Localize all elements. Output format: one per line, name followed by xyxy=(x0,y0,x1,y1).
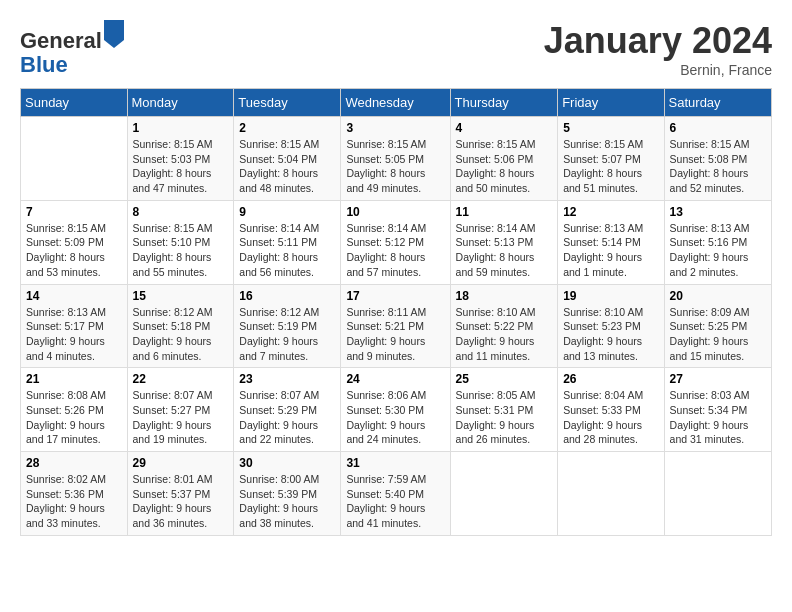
day-info: Sunrise: 8:03 AMSunset: 5:34 PMDaylight:… xyxy=(670,389,750,445)
calendar-week-4: 21Sunrise: 8:08 AMSunset: 5:26 PMDayligh… xyxy=(21,368,772,452)
table-row: 21Sunrise: 8:08 AMSunset: 5:26 PMDayligh… xyxy=(21,368,128,452)
day-number: 11 xyxy=(456,205,553,219)
table-row xyxy=(664,452,771,536)
calendar-week-5: 28Sunrise: 8:02 AMSunset: 5:36 PMDayligh… xyxy=(21,452,772,536)
day-number: 18 xyxy=(456,289,553,303)
day-info: Sunrise: 8:13 AMSunset: 5:16 PMDaylight:… xyxy=(670,222,750,278)
table-row: 28Sunrise: 8:02 AMSunset: 5:36 PMDayligh… xyxy=(21,452,128,536)
location: Bernin, France xyxy=(544,62,772,78)
table-row: 10Sunrise: 8:14 AMSunset: 5:12 PMDayligh… xyxy=(341,200,450,284)
day-number: 8 xyxy=(133,205,229,219)
table-row: 8Sunrise: 8:15 AMSunset: 5:10 PMDaylight… xyxy=(127,200,234,284)
day-number: 27 xyxy=(670,372,766,386)
table-row xyxy=(450,452,558,536)
table-row: 3Sunrise: 8:15 AMSunset: 5:05 PMDaylight… xyxy=(341,117,450,201)
table-row: 4Sunrise: 8:15 AMSunset: 5:06 PMDaylight… xyxy=(450,117,558,201)
table-row: 7Sunrise: 8:15 AMSunset: 5:09 PMDaylight… xyxy=(21,200,128,284)
table-row: 30Sunrise: 8:00 AMSunset: 5:39 PMDayligh… xyxy=(234,452,341,536)
table-row: 24Sunrise: 8:06 AMSunset: 5:30 PMDayligh… xyxy=(341,368,450,452)
table-row: 26Sunrise: 8:04 AMSunset: 5:33 PMDayligh… xyxy=(558,368,664,452)
day-info: Sunrise: 8:13 AMSunset: 5:17 PMDaylight:… xyxy=(26,306,106,362)
day-number: 29 xyxy=(133,456,229,470)
day-info: Sunrise: 8:10 AMSunset: 5:23 PMDaylight:… xyxy=(563,306,643,362)
day-info: Sunrise: 8:07 AMSunset: 5:27 PMDaylight:… xyxy=(133,389,213,445)
day-number: 31 xyxy=(346,456,444,470)
calendar-week-1: 1Sunrise: 8:15 AMSunset: 5:03 PMDaylight… xyxy=(21,117,772,201)
logo-icon xyxy=(104,20,124,48)
day-number: 10 xyxy=(346,205,444,219)
logo-blue: Blue xyxy=(20,52,68,77)
day-info: Sunrise: 8:10 AMSunset: 5:22 PMDaylight:… xyxy=(456,306,536,362)
day-number: 20 xyxy=(670,289,766,303)
day-info: Sunrise: 8:00 AMSunset: 5:39 PMDaylight:… xyxy=(239,473,319,529)
day-info: Sunrise: 8:12 AMSunset: 5:18 PMDaylight:… xyxy=(133,306,213,362)
month-title: January 2024 xyxy=(544,20,772,62)
table-row: 9Sunrise: 8:14 AMSunset: 5:11 PMDaylight… xyxy=(234,200,341,284)
day-info: Sunrise: 8:14 AMSunset: 5:12 PMDaylight:… xyxy=(346,222,426,278)
day-number: 5 xyxy=(563,121,658,135)
day-number: 4 xyxy=(456,121,553,135)
day-number: 30 xyxy=(239,456,335,470)
table-row: 1Sunrise: 8:15 AMSunset: 5:03 PMDaylight… xyxy=(127,117,234,201)
table-row: 15Sunrise: 8:12 AMSunset: 5:18 PMDayligh… xyxy=(127,284,234,368)
table-row: 14Sunrise: 8:13 AMSunset: 5:17 PMDayligh… xyxy=(21,284,128,368)
table-row: 22Sunrise: 8:07 AMSunset: 5:27 PMDayligh… xyxy=(127,368,234,452)
day-number: 13 xyxy=(670,205,766,219)
logo: General Blue xyxy=(20,20,124,77)
day-info: Sunrise: 8:15 AMSunset: 5:10 PMDaylight:… xyxy=(133,222,213,278)
day-info: Sunrise: 8:01 AMSunset: 5:37 PMDaylight:… xyxy=(133,473,213,529)
table-row: 18Sunrise: 8:10 AMSunset: 5:22 PMDayligh… xyxy=(450,284,558,368)
day-info: Sunrise: 8:11 AMSunset: 5:21 PMDaylight:… xyxy=(346,306,426,362)
day-info: Sunrise: 8:09 AMSunset: 5:25 PMDaylight:… xyxy=(670,306,750,362)
day-info: Sunrise: 8:15 AMSunset: 5:07 PMDaylight:… xyxy=(563,138,643,194)
day-info: Sunrise: 8:15 AMSunset: 5:04 PMDaylight:… xyxy=(239,138,319,194)
calendar-table: Sunday Monday Tuesday Wednesday Thursday… xyxy=(20,88,772,536)
table-row: 12Sunrise: 8:13 AMSunset: 5:14 PMDayligh… xyxy=(558,200,664,284)
table-row xyxy=(21,117,128,201)
day-number: 16 xyxy=(239,289,335,303)
table-row: 11Sunrise: 8:14 AMSunset: 5:13 PMDayligh… xyxy=(450,200,558,284)
day-info: Sunrise: 8:15 AMSunset: 5:03 PMDaylight:… xyxy=(133,138,213,194)
table-row: 13Sunrise: 8:13 AMSunset: 5:16 PMDayligh… xyxy=(664,200,771,284)
svg-marker-0 xyxy=(104,20,124,48)
day-number: 21 xyxy=(26,372,122,386)
table-row: 27Sunrise: 8:03 AMSunset: 5:34 PMDayligh… xyxy=(664,368,771,452)
col-saturday: Saturday xyxy=(664,89,771,117)
table-row: 23Sunrise: 8:07 AMSunset: 5:29 PMDayligh… xyxy=(234,368,341,452)
day-number: 23 xyxy=(239,372,335,386)
day-number: 15 xyxy=(133,289,229,303)
day-number: 12 xyxy=(563,205,658,219)
title-area: January 2024 Bernin, France xyxy=(544,20,772,78)
day-info: Sunrise: 8:08 AMSunset: 5:26 PMDaylight:… xyxy=(26,389,106,445)
table-row: 19Sunrise: 8:10 AMSunset: 5:23 PMDayligh… xyxy=(558,284,664,368)
col-sunday: Sunday xyxy=(21,89,128,117)
table-row: 17Sunrise: 8:11 AMSunset: 5:21 PMDayligh… xyxy=(341,284,450,368)
day-info: Sunrise: 8:15 AMSunset: 5:06 PMDaylight:… xyxy=(456,138,536,194)
table-row: 31Sunrise: 7:59 AMSunset: 5:40 PMDayligh… xyxy=(341,452,450,536)
day-number: 26 xyxy=(563,372,658,386)
day-number: 19 xyxy=(563,289,658,303)
day-info: Sunrise: 8:14 AMSunset: 5:11 PMDaylight:… xyxy=(239,222,319,278)
table-row: 6Sunrise: 8:15 AMSunset: 5:08 PMDaylight… xyxy=(664,117,771,201)
day-number: 9 xyxy=(239,205,335,219)
col-friday: Friday xyxy=(558,89,664,117)
day-number: 3 xyxy=(346,121,444,135)
day-info: Sunrise: 8:15 AMSunset: 5:08 PMDaylight:… xyxy=(670,138,750,194)
day-info: Sunrise: 7:59 AMSunset: 5:40 PMDaylight:… xyxy=(346,473,426,529)
day-info: Sunrise: 8:12 AMSunset: 5:19 PMDaylight:… xyxy=(239,306,319,362)
table-row: 29Sunrise: 8:01 AMSunset: 5:37 PMDayligh… xyxy=(127,452,234,536)
day-number: 14 xyxy=(26,289,122,303)
day-number: 25 xyxy=(456,372,553,386)
table-row: 16Sunrise: 8:12 AMSunset: 5:19 PMDayligh… xyxy=(234,284,341,368)
calendar-week-2: 7Sunrise: 8:15 AMSunset: 5:09 PMDaylight… xyxy=(21,200,772,284)
day-info: Sunrise: 8:04 AMSunset: 5:33 PMDaylight:… xyxy=(563,389,643,445)
table-row: 20Sunrise: 8:09 AMSunset: 5:25 PMDayligh… xyxy=(664,284,771,368)
table-row: 25Sunrise: 8:05 AMSunset: 5:31 PMDayligh… xyxy=(450,368,558,452)
col-tuesday: Tuesday xyxy=(234,89,341,117)
day-info: Sunrise: 8:14 AMSunset: 5:13 PMDaylight:… xyxy=(456,222,536,278)
day-number: 7 xyxy=(26,205,122,219)
table-row: 2Sunrise: 8:15 AMSunset: 5:04 PMDaylight… xyxy=(234,117,341,201)
header-row: Sunday Monday Tuesday Wednesday Thursday… xyxy=(21,89,772,117)
calendar-week-3: 14Sunrise: 8:13 AMSunset: 5:17 PMDayligh… xyxy=(21,284,772,368)
day-info: Sunrise: 8:15 AMSunset: 5:05 PMDaylight:… xyxy=(346,138,426,194)
